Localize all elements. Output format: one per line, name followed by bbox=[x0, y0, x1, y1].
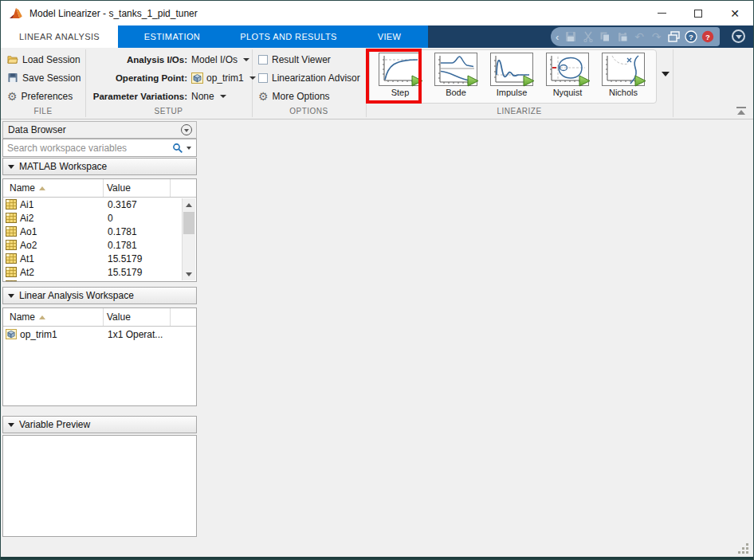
variable-name: At2 bbox=[20, 267, 34, 278]
product-help-icon[interactable]: ? bbox=[701, 29, 715, 44]
table-row[interactable]: At1 15.5179 bbox=[3, 252, 196, 265]
close-button[interactable]: ✕ bbox=[717, 1, 753, 25]
data-browser-title: Data Browser bbox=[8, 124, 66, 135]
variable-preview-header[interactable]: Variable Preview bbox=[2, 416, 197, 433]
gear-icon: ⚙ bbox=[7, 91, 18, 102]
column-header-value[interactable]: Value bbox=[104, 308, 171, 326]
paste-icon[interactable] bbox=[615, 29, 630, 44]
run-icon bbox=[467, 75, 480, 87]
preferences-button[interactable]: ⚙ Preferences bbox=[7, 89, 81, 103]
help-icon[interactable]: ? bbox=[684, 29, 698, 44]
window-layout-icon[interactable] bbox=[666, 29, 681, 44]
checkbox-icon bbox=[258, 55, 268, 65]
matlab-logo-icon bbox=[9, 7, 23, 20]
table-row-partial bbox=[3, 279, 196, 282]
more-options-button[interactable]: ⚙ More Options bbox=[258, 89, 360, 103]
run-icon bbox=[523, 75, 536, 87]
variable-value: 0.1781 bbox=[104, 226, 175, 237]
table-row[interactable]: op_trim1 1x1 Operat... bbox=[3, 327, 196, 342]
tab-estimation[interactable]: ESTIMATION bbox=[118, 25, 226, 48]
collapse-ribbon-button[interactable] bbox=[736, 107, 747, 116]
variable-name: At1 bbox=[20, 253, 34, 264]
step-button[interactable]: Step bbox=[372, 53, 428, 103]
linear-analysis-workspace-title: Linear Analysis Workspace bbox=[19, 290, 134, 301]
resize-grip[interactable] bbox=[738, 543, 748, 554]
tab-view[interactable]: VIEW bbox=[351, 25, 428, 48]
analysis-ios-dropdown[interactable]: Model I/Os bbox=[191, 54, 249, 65]
cut-icon[interactable] bbox=[581, 29, 595, 44]
undo-icon[interactable]: ↶ bbox=[632, 29, 646, 44]
impulse-button[interactable]: Impulse bbox=[484, 53, 540, 103]
scroll-up-icon[interactable] bbox=[183, 198, 195, 211]
table-row[interactable]: Ai1 0.3167 bbox=[3, 198, 196, 211]
operating-point-icon bbox=[6, 329, 17, 339]
minimize-button[interactable] bbox=[643, 1, 680, 25]
linear-analysis-workspace-table: Name Value op_trim1 1x1 Operat... bbox=[2, 307, 197, 406]
parameter-variations-dropdown[interactable]: None bbox=[191, 91, 226, 102]
linearize-gallery-dropdown[interactable] bbox=[662, 72, 670, 76]
nyquist-button[interactable]: Nyquist bbox=[540, 53, 595, 103]
table-row[interactable]: Ai2 0 bbox=[3, 211, 196, 225]
name-column-label: Name bbox=[10, 182, 35, 194]
tab-linear-analysis[interactable]: LINEAR ANALYSIS bbox=[1, 25, 118, 48]
table-row[interactable]: At2 15.5179 bbox=[3, 265, 196, 279]
variable-name: Ai1 bbox=[20, 199, 33, 210]
run-icon bbox=[579, 75, 591, 87]
search-icon[interactable] bbox=[172, 143, 183, 154]
matrix-variable-icon bbox=[6, 199, 17, 210]
column-header-value[interactable]: Value bbox=[104, 179, 171, 197]
value-column-label: Value bbox=[107, 311, 131, 323]
linear-analysis-workspace-header[interactable]: Linear Analysis Workspace bbox=[2, 287, 197, 304]
matrix-variable-icon bbox=[6, 226, 17, 237]
data-browser-menu-button[interactable] bbox=[181, 124, 192, 135]
scroll-down-icon[interactable] bbox=[183, 268, 195, 280]
column-header-name[interactable]: Name bbox=[3, 179, 104, 197]
variable-name: Ai2 bbox=[20, 213, 33, 224]
scrollbar-thumb[interactable] bbox=[183, 212, 194, 234]
table-row[interactable]: Ao1 0.1781 bbox=[3, 225, 196, 238]
column-header-name[interactable]: Name bbox=[3, 308, 104, 326]
linearization-advisor-checkbox[interactable]: Linearization Advisor bbox=[258, 71, 360, 84]
workspace-scrollbar[interactable] bbox=[182, 198, 195, 280]
data-browser-panel: Data Browser MATLAB Workspace Name bbox=[2, 121, 197, 538]
nichols-button[interactable]: Nichols bbox=[595, 53, 651, 103]
operating-point-dropdown[interactable]: op_trim1 bbox=[191, 72, 256, 84]
save-session-button[interactable]: Save Session bbox=[7, 71, 81, 84]
table-row[interactable]: Ao2 0.1781 bbox=[3, 238, 196, 252]
chevron-down-icon bbox=[184, 129, 189, 132]
toolstrip-menu-dropdown-icon[interactable] bbox=[732, 29, 745, 43]
chevron-down-icon bbox=[736, 35, 742, 39]
redo-icon[interactable]: ↷ bbox=[650, 29, 664, 44]
setup-section-label: SETUP bbox=[85, 107, 252, 117]
window-title: Model Linearizer - s_tanks_1_pid_tuner bbox=[29, 8, 198, 19]
operating-point-icon bbox=[191, 72, 203, 84]
matlab-workspace-header[interactable]: MATLAB Workspace bbox=[2, 158, 197, 175]
load-session-button[interactable]: Load Session bbox=[7, 53, 81, 66]
maximize-icon bbox=[694, 10, 702, 18]
parameter-variations-value: None bbox=[191, 91, 214, 102]
variable-preview-title: Variable Preview bbox=[19, 419, 90, 430]
variable-value: 1x1 Operat... bbox=[104, 329, 175, 340]
search-options-dropdown-icon[interactable] bbox=[187, 147, 191, 150]
tab-plots-and-results[interactable]: PLOTS AND RESULTS bbox=[226, 25, 351, 48]
name-column-label: Name bbox=[10, 311, 35, 323]
run-icon bbox=[411, 75, 424, 87]
matrix-variable-icon bbox=[6, 240, 17, 250]
minimize-icon bbox=[658, 13, 666, 14]
quick-access-toolbar: ‹ ↶ ↷ ? bbox=[551, 27, 720, 46]
result-viewer-checkbox[interactable]: Result Viewer bbox=[258, 53, 360, 66]
main-canvas: Data Browser MATLAB Workspace Name bbox=[1, 119, 753, 557]
run-icon bbox=[634, 75, 647, 87]
save-icon[interactable] bbox=[564, 29, 578, 44]
nyquist-label: Nyquist bbox=[553, 88, 583, 97]
gear-icon: ⚙ bbox=[258, 91, 269, 102]
linearize-section-label: LINEARIZE bbox=[366, 107, 673, 117]
search-input[interactable] bbox=[3, 143, 172, 154]
quick-access-collapse-icon[interactable]: ‹ bbox=[556, 31, 559, 43]
copy-icon[interactable] bbox=[598, 29, 612, 44]
options-section-label: OPTIONS bbox=[252, 107, 366, 117]
maximize-button[interactable] bbox=[680, 1, 717, 25]
bode-button[interactable]: Bode bbox=[428, 53, 484, 103]
collapse-section-icon bbox=[8, 165, 14, 169]
ribbon: Load Session Save Session ⚙ Preferences … bbox=[1, 48, 753, 119]
